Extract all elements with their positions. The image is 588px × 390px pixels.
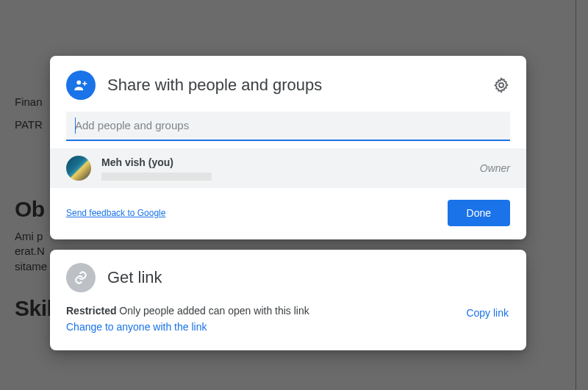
gear-icon — [492, 76, 510, 94]
avatar — [66, 156, 91, 181]
getlink-title: Get link — [107, 268, 162, 287]
restriction-line: Restricted Only people added can open wi… — [66, 303, 309, 319]
svg-point-3 — [499, 83, 503, 87]
person-info: Meh vish (you) — [101, 156, 480, 180]
copy-link-button[interactable]: Copy link — [465, 303, 510, 323]
settings-button[interactable] — [492, 76, 510, 94]
svg-rect-2 — [82, 83, 87, 84]
done-button[interactable]: Done — [448, 200, 510, 226]
change-access-link[interactable]: Change to anyone with the link — [66, 319, 309, 335]
person-add-icon — [66, 71, 96, 100]
share-header: Share with people and groups — [50, 56, 526, 112]
link-icon — [66, 263, 96, 292]
svg-point-0 — [76, 80, 81, 84]
getlink-header: Get link — [66, 263, 510, 292]
person-row: Meh vish (you) Owner — [50, 148, 526, 188]
share-title: Share with people and groups — [107, 76, 492, 95]
text-caret — [75, 118, 76, 134]
restriction-text: Only people added can open with this lin… — [116, 305, 309, 317]
feedback-link[interactable]: Send feedback to Google — [66, 208, 165, 218]
getlink-card[interactable]: Get link Restricted Only people added ca… — [50, 250, 526, 350]
add-people-input-wrap[interactable] — [66, 112, 510, 141]
person-name: Meh vish (you) — [101, 156, 480, 169]
add-people-input[interactable] — [75, 119, 501, 131]
getlink-text: Restricted Only people added can open wi… — [66, 303, 309, 336]
getlink-body: Restricted Only people added can open wi… — [66, 303, 510, 336]
share-dialog: Share with people and groups Meh vish (y… — [50, 56, 526, 361]
restriction-label: Restricted — [66, 305, 116, 317]
window-divider — [576, 0, 576, 390]
share-card: Share with people and groups Meh vish (y… — [50, 56, 526, 239]
share-footer: Send feedback to Google Done — [50, 188, 526, 239]
person-role: Owner — [480, 162, 510, 174]
person-email-blurred — [101, 173, 212, 181]
